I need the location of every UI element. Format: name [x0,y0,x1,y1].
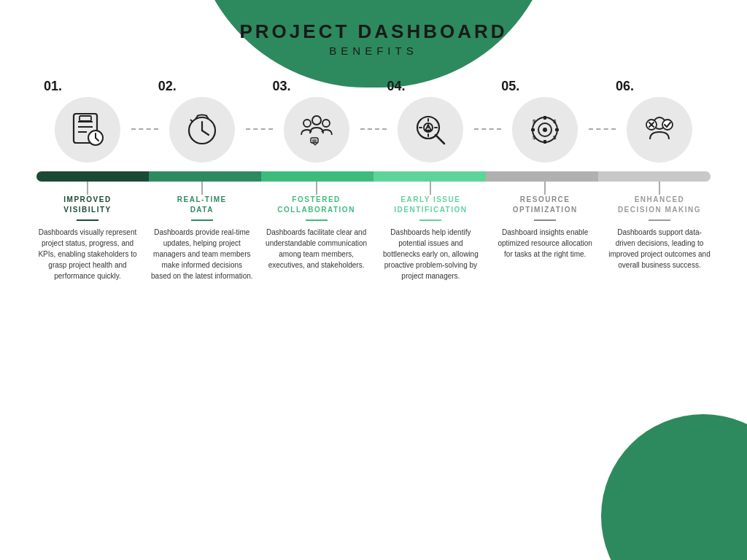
benefit-underline-2 [191,219,213,221]
icon-item-5: 05. $ $ $ $ [494,79,596,163]
header: PROJECT DASHBOARD BENEFITS [0,0,747,57]
connector-6 [608,182,711,195]
svg-line-22 [436,135,444,144]
svg-rect-37 [555,128,559,131]
benefit-desc-6: Dashboards support data-driven decisions… [608,227,711,271]
icon-item-6: 06. [608,79,711,163]
benefit-label-2: REAL-TIMEDATA [177,195,227,215]
svg-line-13 [190,120,193,122]
icon-number-5: 05. [501,79,519,94]
main-content: 01. 02. [0,79,747,281]
benefit-desc-4: Dashboards help identify potential issue… [379,227,481,281]
icon-circle-5: $ $ $ $ [512,97,578,163]
svg-text:$: $ [533,118,536,125]
benefit-item-1: IMPROVEDVISIBILITY Dashboards visually r… [36,195,139,281]
benefit-item-6: ENHANCEDDECISION MAKING Dashboards suppo… [608,195,711,281]
benefit-underline-5 [534,219,556,221]
icon-circle-6 [627,97,692,163]
icon-number-2: 02. [158,79,177,94]
svg-point-15 [303,120,311,127]
icon-circle-2 [169,97,235,163]
connector-2 [151,182,253,195]
icon-item-2: 02. [151,79,253,163]
progress-segment-2 [149,171,261,182]
svg-rect-35 [543,140,546,144]
connector-4 [379,182,481,195]
benefit-item-5: RESOURCEOPTIMIZATION Dashboard insights … [494,195,596,281]
benefit-desc-2: Dashboards provide real-time updates, he… [151,227,253,281]
benefit-item-2: REAL-TIMEDATA Dashboards provide real-ti… [151,195,253,281]
benefit-desc-1: Dashboards visually represent project st… [36,227,139,281]
icon-circle-1 [55,97,120,163]
svg-point-16 [322,120,330,127]
benefit-desc-5: Dashboard insights enable optimized reso… [494,227,596,260]
connector-5 [494,182,596,195]
progress-segment-4 [374,171,486,182]
icon-number-3: 03. [273,79,291,94]
svg-rect-4 [80,116,91,121]
icon-item-1: 01. [36,79,139,163]
benefit-label-1: IMPROVEDVISIBILITY [63,195,112,215]
progress-segment-1 [36,171,149,182]
progress-segment-5 [486,171,598,182]
svg-rect-36 [531,128,535,131]
benefit-item-3: FOSTEREDCOLLABORATION Dashboards facilit… [266,195,368,281]
icon-circle-4 [398,97,463,163]
labels-row: IMPROVEDVISIBILITY Dashboards visually r… [22,195,725,281]
icon-item-4: 04. [379,79,481,163]
svg-text:$: $ [533,134,536,141]
benefit-label-3: FOSTEREDCOLLABORATION [277,195,355,215]
progress-segment-3 [261,171,374,182]
benefit-underline-1 [77,219,98,221]
benefit-label-5: RESOURCEOPTIMIZATION [513,195,578,215]
icons-row: 01. 02. [22,79,725,163]
benefit-item-4: EARLY ISSUEIDENTIFICATION Dashboards hel… [379,195,481,281]
svg-point-33 [543,128,547,132]
icon-number-6: 06. [616,79,634,94]
benefit-underline-6 [649,219,670,221]
icon-item-3: 03. [266,79,368,163]
benefit-underline-4 [419,219,441,221]
progress-segment-6 [598,171,711,182]
benefit-underline-3 [306,219,328,221]
benefit-label-4: EARLY ISSUEIDENTIFICATION [394,195,467,215]
benefit-label-6: ENHANCEDDECISION MAKING [618,195,701,215]
icon-circle-3 [284,97,349,163]
svg-point-14 [312,116,321,125]
icon-number-1: 01. [44,79,62,94]
connector-3 [266,182,368,195]
page-subtitle: BENEFITS [0,44,747,57]
connector-1 [36,182,139,195]
page-title: PROJECT DASHBOARD [0,20,747,43]
svg-text:$: $ [553,134,557,141]
progress-bar [36,171,711,182]
bottom-arc-decoration [601,414,747,560]
svg-rect-34 [543,116,546,120]
connectors-row [22,182,725,195]
svg-line-10 [202,131,209,135]
svg-marker-18 [313,143,317,145]
svg-text:$: $ [553,118,557,125]
benefit-desc-3: Dashboards facilitate clear and understa… [266,227,368,271]
icon-number-4: 04. [387,79,405,94]
svg-point-30 [428,129,430,131]
